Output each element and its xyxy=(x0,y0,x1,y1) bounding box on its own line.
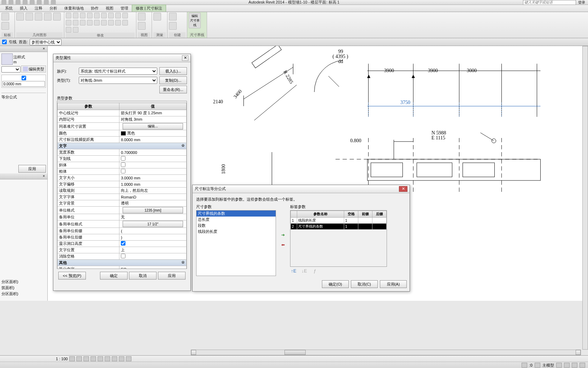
ribbon-button[interactable] xyxy=(94,13,100,18)
sb-icon[interactable] xyxy=(535,363,540,368)
sb-icon[interactable] xyxy=(572,363,577,368)
param-value[interactable]: 8.0000 mm xyxy=(119,137,187,143)
sb-icon[interactable] xyxy=(119,356,124,361)
ribbon-button[interactable] xyxy=(101,20,107,25)
close-icon[interactable]: ✕ xyxy=(399,186,407,192)
ribbon-button[interactable] xyxy=(169,13,177,21)
ribbon-button[interactable] xyxy=(122,13,128,18)
qat-icon[interactable] xyxy=(16,0,20,5)
apply-button[interactable]: 应用 xyxy=(18,165,46,173)
sb-icon[interactable] xyxy=(83,356,89,361)
param-value[interactable]: 黑色 xyxy=(119,130,187,137)
edit-witness-button[interactable]: 编辑 尺寸界线 xyxy=(189,13,201,28)
param-button[interactable]: 17 1/2" xyxy=(123,221,183,227)
tab-view[interactable]: 视图 xyxy=(102,5,117,12)
ribbon-button[interactable] xyxy=(153,13,161,21)
tab-manage[interactable]: 管理 xyxy=(117,5,132,12)
sb-icon[interactable] xyxy=(522,363,527,368)
param-value[interactable]: 17 1/2" xyxy=(119,220,187,228)
leader-checkbox[interactable] xyxy=(2,40,7,44)
apply-button[interactable]: 应用 xyxy=(158,272,186,280)
ribbon-button[interactable] xyxy=(108,20,114,25)
list-item[interactable]: 尺寸界线的条数 xyxy=(196,211,276,217)
param-value[interactable] xyxy=(119,162,187,168)
sb-icon[interactable] xyxy=(580,363,585,368)
move-up-button[interactable]: ↑E xyxy=(290,268,297,275)
param-value[interactable]: RomanD xyxy=(119,194,187,200)
param-value[interactable]: 上 xyxy=(119,247,187,253)
fx-button[interactable]: ƒ xyxy=(311,268,318,275)
table-cell[interactable] xyxy=(358,218,372,224)
horizontal-scrollbar[interactable] xyxy=(191,350,581,355)
ribbon-button[interactable] xyxy=(169,22,177,30)
rename-button[interactable]: 重命名(R)... xyxy=(159,86,187,93)
prop-value-input[interactable] xyxy=(2,81,45,87)
ribbon-button[interactable] xyxy=(73,27,78,33)
table-cell[interactable] xyxy=(372,224,387,230)
param-value[interactable]: 0.700000 xyxy=(119,149,187,156)
sb-icon[interactable] xyxy=(564,363,570,368)
param-value[interactable] xyxy=(119,241,187,247)
remove-param-button[interactable]: ⬅ xyxy=(280,242,287,248)
param-button[interactable]: 编辑... xyxy=(123,123,183,130)
sb-icon[interactable] xyxy=(112,356,117,361)
sb-icon[interactable] xyxy=(98,356,103,361)
param-value[interactable]: 透明 xyxy=(119,200,187,207)
qat-icon[interactable] xyxy=(37,0,42,5)
ribbon-button[interactable] xyxy=(87,20,93,25)
qat-icon[interactable] xyxy=(23,0,28,5)
ribbon-button[interactable] xyxy=(35,13,42,21)
sb-icon[interactable] xyxy=(76,356,82,361)
type-params-table[interactable]: 参数值 中心线记号箭头打开 90 度 1.25mm内部记号对角线 3mm同基准尺… xyxy=(57,103,187,269)
param-value[interactable]: 3.0000 mm xyxy=(119,175,187,181)
tab-modify-dimension[interactable]: 修改 | 尺寸标注 xyxy=(132,5,166,12)
list-item[interactable]: 总长度 xyxy=(196,217,276,223)
cancel-button[interactable]: 取消(C) xyxy=(351,280,378,288)
vertical-scrollbar[interactable] xyxy=(582,46,588,350)
table-cell[interactable]: 1 xyxy=(291,218,297,224)
param-value[interactable]: ) xyxy=(119,234,187,241)
ok-button[interactable]: 确定 xyxy=(100,272,128,280)
sb-icon[interactable] xyxy=(105,356,110,361)
param-value[interactable]: 无 xyxy=(119,214,187,220)
param-checkbox[interactable] xyxy=(121,156,125,161)
family-select[interactable]: 系统族: 线性尺寸标注样式 xyxy=(79,68,157,75)
duplicate-button[interactable]: 复制(D)... xyxy=(159,76,187,84)
qat-icon[interactable] xyxy=(44,0,49,5)
ribbon-button[interactable] xyxy=(73,13,78,18)
ribbon-button[interactable] xyxy=(115,20,121,25)
edit-type-button[interactable]: 编辑类型 xyxy=(21,65,46,73)
add-param-button[interactable]: ➔ xyxy=(280,232,287,238)
close-icon[interactable]: × xyxy=(42,47,46,51)
ribbon-button[interactable] xyxy=(66,20,71,25)
move-down-button[interactable]: ↓E xyxy=(301,268,308,275)
main-model-label[interactable]: 主模型 xyxy=(542,363,554,368)
ribbon-button[interactable] xyxy=(108,13,114,18)
scale-value[interactable]: 1 : 100 xyxy=(56,357,68,361)
sb-icon[interactable] xyxy=(556,363,562,368)
ribbon-button[interactable] xyxy=(44,13,52,21)
ribbon-button[interactable] xyxy=(101,13,107,18)
ribbon-button[interactable] xyxy=(80,13,86,18)
list-item[interactable]: 段数 xyxy=(196,223,276,229)
sb-icon[interactable] xyxy=(126,356,131,361)
help-search[interactable] xyxy=(523,0,576,5)
sb-icon[interactable] xyxy=(90,356,96,361)
login-label[interactable]: 登录 xyxy=(578,0,585,5)
list-item[interactable]: 线段的长度 xyxy=(196,229,276,235)
param-value[interactable]: 对角线 3mm xyxy=(119,116,187,123)
table-cell[interactable]: 2 xyxy=(291,224,297,230)
param-value[interactable]: EQ xyxy=(119,266,187,269)
param-value[interactable] xyxy=(119,168,187,175)
ribbon-button[interactable] xyxy=(138,13,146,21)
param-value[interactable]: 箭头打开 90 度 1.25mm xyxy=(119,110,187,116)
param-button[interactable]: 1235 [mm] xyxy=(123,207,183,213)
param-checkbox[interactable] xyxy=(121,241,125,246)
sb-icon[interactable] xyxy=(69,356,75,361)
ribbon-button[interactable] xyxy=(80,20,86,25)
param-checkbox[interactable] xyxy=(121,162,125,167)
tab-analyze[interactable]: 分析 xyxy=(46,5,61,12)
table-cell[interactable]: 尺寸界线的条数 xyxy=(297,224,344,230)
table-cell[interactable] xyxy=(358,224,372,230)
ribbon-button[interactable] xyxy=(122,20,128,25)
